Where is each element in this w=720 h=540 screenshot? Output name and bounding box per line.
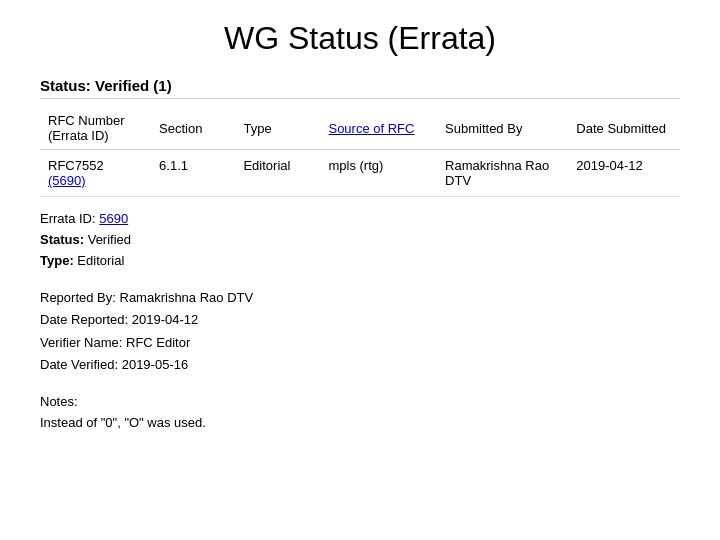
report-info: Reported By: Ramakrishna Rao DTV Date Re… [40,287,680,375]
col-header-submitted-by: Submitted By [437,107,568,150]
type-label: Type: [40,253,74,268]
date-submitted-cell: 2019-04-12 [568,150,680,197]
verifier-name: RFC Editor [126,335,190,350]
col-header-date-submitted: Date Submitted [568,107,680,150]
reported-by-name: Ramakrishna Rao DTV [120,290,254,305]
notes-label: Notes: [40,394,78,409]
source-cell: mpls (rtg) [320,150,437,197]
date-verified: 2019-05-16 [122,357,189,372]
date-reported-label: Date Reported: [40,312,128,327]
errata-id-detail-link[interactable]: 5690 [99,211,128,226]
col-header-section: Section [151,107,235,150]
submitted-by-cell: Ramakrishna Rao DTV [437,150,568,197]
reported-by-label: Reported By: [40,290,116,305]
rfc-number-cell: RFC7552 (5690) [40,150,151,197]
date-verified-label: Date Verified: [40,357,118,372]
type-value: Editorial [77,253,124,268]
col-header-source: Source of RFC [320,107,437,150]
errata-detail: Errata ID: 5690 Status: Verified Type: E… [40,209,680,271]
status-label: Status: [40,232,84,247]
date-reported: 2019-04-12 [132,312,199,327]
errata-id-label: Errata ID: [40,211,96,226]
status-text: Verified [88,232,131,247]
col-header-rfc: RFC Number (Errata ID) [40,107,151,150]
errata-table: RFC Number (Errata ID) Section Type Sour… [40,107,680,197]
verifier-label: Verifier Name: [40,335,122,350]
section-cell: 6.1.1 [151,150,235,197]
errata-id-link[interactable]: (5690) [48,173,86,188]
page-title: WG Status (Errata) [40,20,680,57]
col-header-type: Type [235,107,320,150]
table-row: RFC7552 (5690) 6.1.1 Editorial mpls (rtg… [40,150,680,197]
notes-text: Instead of "0", "O" was used. [40,415,206,430]
status-heading: Status: Verified (1) [40,77,680,99]
source-of-rfc-link[interactable]: Source of RFC [328,121,414,136]
type-cell: Editorial [235,150,320,197]
rfc-number: RFC7552 [48,158,104,173]
notes-section: Notes: Instead of "0", "O" was used. [40,392,680,434]
